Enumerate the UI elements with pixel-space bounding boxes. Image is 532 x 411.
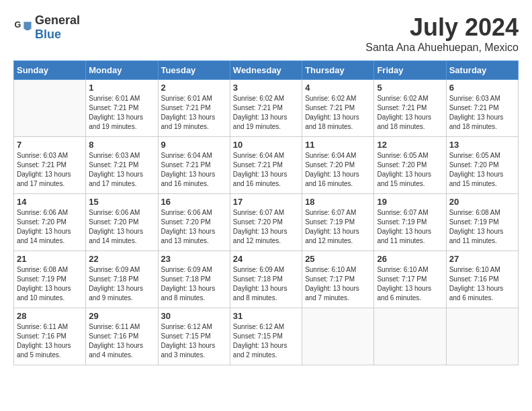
day-number: 8	[89, 140, 154, 150]
day-info: Sunrise: 6:06 AMSunset: 7:20 PMDaylight:…	[89, 208, 154, 246]
day-info: Sunrise: 6:09 AMSunset: 7:18 PMDaylight:…	[233, 265, 299, 303]
calendar-cell: 24Sunrise: 6:09 AMSunset: 7:18 PMDayligh…	[230, 251, 302, 308]
day-number: 26	[377, 254, 443, 264]
day-info: Sunrise: 6:08 AMSunset: 7:19 PMDaylight:…	[449, 208, 515, 246]
day-number: 13	[449, 140, 515, 150]
day-number: 22	[89, 254, 154, 264]
calendar-cell: 23Sunrise: 6:09 AMSunset: 7:18 PMDayligh…	[158, 251, 230, 308]
day-info: Sunrise: 6:12 AMSunset: 7:15 PMDaylight:…	[233, 322, 299, 360]
calendar-week-4: 28Sunrise: 6:11 AMSunset: 7:16 PMDayligh…	[14, 308, 519, 365]
day-info: Sunrise: 6:06 AMSunset: 7:20 PMDaylight:…	[161, 208, 227, 246]
calendar-cell: 15Sunrise: 6:06 AMSunset: 7:20 PMDayligh…	[86, 194, 158, 251]
day-number: 19	[377, 197, 443, 207]
day-number: 5	[377, 83, 443, 93]
day-info: Sunrise: 6:05 AMSunset: 7:20 PMDaylight:…	[377, 151, 443, 189]
calendar-cell	[374, 308, 446, 365]
day-number: 3	[233, 83, 299, 93]
day-number: 30	[161, 311, 227, 321]
calendar-cell: 2Sunrise: 6:01 AMSunset: 7:21 PMDaylight…	[158, 80, 230, 137]
weekday-tuesday: Tuesday	[158, 61, 230, 80]
day-info: Sunrise: 6:07 AMSunset: 7:20 PMDaylight:…	[233, 208, 299, 246]
calendar-cell: 28Sunrise: 6:11 AMSunset: 7:16 PMDayligh…	[14, 308, 86, 365]
month-title: July 2024	[365, 13, 519, 42]
calendar-cell: 5Sunrise: 6:02 AMSunset: 7:21 PMDaylight…	[374, 80, 446, 137]
day-number: 1	[89, 83, 154, 93]
calendar-week-1: 7Sunrise: 6:03 AMSunset: 7:21 PMDaylight…	[14, 137, 519, 194]
calendar-cell: 11Sunrise: 6:04 AMSunset: 7:20 PMDayligh…	[302, 137, 374, 194]
day-info: Sunrise: 6:03 AMSunset: 7:21 PMDaylight:…	[449, 94, 515, 132]
day-info: Sunrise: 6:02 AMSunset: 7:21 PMDaylight:…	[233, 94, 299, 132]
calendar-cell: 4Sunrise: 6:02 AMSunset: 7:21 PMDaylight…	[302, 80, 374, 137]
calendar-cell	[302, 308, 374, 365]
day-info: Sunrise: 6:04 AMSunset: 7:20 PMDaylight:…	[305, 151, 371, 189]
calendar-cell: 1Sunrise: 6:01 AMSunset: 7:21 PMDaylight…	[86, 80, 158, 137]
day-info: Sunrise: 6:09 AMSunset: 7:18 PMDaylight:…	[89, 265, 154, 303]
calendar-cell: 12Sunrise: 6:05 AMSunset: 7:20 PMDayligh…	[374, 137, 446, 194]
day-number: 17	[233, 197, 299, 207]
day-info: Sunrise: 6:11 AMSunset: 7:16 PMDaylight:…	[89, 322, 154, 360]
calendar-cell: 6Sunrise: 6:03 AMSunset: 7:21 PMDaylight…	[446, 80, 518, 137]
calendar-cell: 17Sunrise: 6:07 AMSunset: 7:20 PMDayligh…	[230, 194, 302, 251]
weekday-thursday: Thursday	[302, 61, 374, 80]
calendar-cell: 16Sunrise: 6:06 AMSunset: 7:20 PMDayligh…	[158, 194, 230, 251]
day-info: Sunrise: 6:07 AMSunset: 7:19 PMDaylight:…	[305, 208, 371, 246]
calendar-week-3: 21Sunrise: 6:08 AMSunset: 7:19 PMDayligh…	[14, 251, 519, 308]
calendar-cell: 3Sunrise: 6:02 AMSunset: 7:21 PMDaylight…	[230, 80, 302, 137]
logo-blue: Blue	[35, 28, 61, 41]
day-number: 4	[305, 83, 371, 93]
day-info: Sunrise: 6:04 AMSunset: 7:21 PMDaylight:…	[161, 151, 227, 189]
day-number: 16	[161, 197, 227, 207]
day-info: Sunrise: 6:04 AMSunset: 7:21 PMDaylight:…	[233, 151, 299, 189]
day-info: Sunrise: 6:01 AMSunset: 7:21 PMDaylight:…	[89, 94, 154, 132]
day-info: Sunrise: 6:01 AMSunset: 7:21 PMDaylight:…	[161, 94, 227, 132]
day-number: 21	[17, 254, 83, 264]
day-number: 15	[89, 197, 154, 207]
weekday-wednesday: Wednesday	[230, 61, 302, 80]
day-number: 10	[233, 140, 299, 150]
calendar-cell: 8Sunrise: 6:03 AMSunset: 7:21 PMDaylight…	[86, 137, 158, 194]
logo-text: General Blue	[35, 13, 80, 42]
day-number: 31	[233, 311, 299, 321]
day-number: 20	[449, 197, 515, 207]
day-number: 23	[161, 254, 227, 264]
logo: G General Blue	[13, 13, 80, 42]
weekday-header-row: SundayMondayTuesdayWednesdayThursdayFrid…	[14, 61, 519, 80]
logo-icon: G	[13, 18, 32, 37]
day-info: Sunrise: 6:08 AMSunset: 7:19 PMDaylight:…	[17, 265, 83, 303]
day-info: Sunrise: 6:05 AMSunset: 7:20 PMDaylight:…	[449, 151, 515, 189]
title-block: July 2024 Santa Ana Ahuehuepan, Mexico	[365, 13, 519, 54]
day-info: Sunrise: 6:09 AMSunset: 7:18 PMDaylight:…	[161, 265, 227, 303]
calendar-cell: 21Sunrise: 6:08 AMSunset: 7:19 PMDayligh…	[14, 251, 86, 308]
calendar-body: 1Sunrise: 6:01 AMSunset: 7:21 PMDaylight…	[14, 80, 519, 365]
weekday-saturday: Saturday	[446, 61, 518, 80]
day-number: 6	[449, 83, 515, 93]
day-info: Sunrise: 6:12 AMSunset: 7:15 PMDaylight:…	[161, 322, 227, 360]
calendar-cell: 31Sunrise: 6:12 AMSunset: 7:15 PMDayligh…	[230, 308, 302, 365]
calendar-cell: 7Sunrise: 6:03 AMSunset: 7:21 PMDaylight…	[14, 137, 86, 194]
calendar-week-0: 1Sunrise: 6:01 AMSunset: 7:21 PMDaylight…	[14, 80, 519, 137]
day-info: Sunrise: 6:11 AMSunset: 7:16 PMDaylight:…	[17, 322, 83, 360]
day-number: 11	[305, 140, 371, 150]
calendar-cell	[14, 80, 86, 137]
calendar-cell: 26Sunrise: 6:10 AMSunset: 7:17 PMDayligh…	[374, 251, 446, 308]
day-number: 2	[161, 83, 227, 93]
day-number: 24	[233, 254, 299, 264]
day-info: Sunrise: 6:02 AMSunset: 7:21 PMDaylight:…	[305, 94, 371, 132]
day-info: Sunrise: 6:06 AMSunset: 7:20 PMDaylight:…	[17, 208, 83, 246]
page-header: G General Blue July 2024 Santa Ana Ahueh…	[13, 13, 519, 54]
day-info: Sunrise: 6:03 AMSunset: 7:21 PMDaylight:…	[89, 151, 154, 189]
day-info: Sunrise: 6:03 AMSunset: 7:21 PMDaylight:…	[17, 151, 83, 189]
svg-text:G: G	[14, 20, 21, 30]
day-number: 9	[161, 140, 227, 150]
calendar-cell: 29Sunrise: 6:11 AMSunset: 7:16 PMDayligh…	[86, 308, 158, 365]
calendar-cell: 19Sunrise: 6:07 AMSunset: 7:19 PMDayligh…	[374, 194, 446, 251]
calendar-cell: 27Sunrise: 6:10 AMSunset: 7:16 PMDayligh…	[446, 251, 518, 308]
calendar-cell: 10Sunrise: 6:04 AMSunset: 7:21 PMDayligh…	[230, 137, 302, 194]
calendar-cell: 30Sunrise: 6:12 AMSunset: 7:15 PMDayligh…	[158, 308, 230, 365]
day-number: 18	[305, 197, 371, 207]
day-info: Sunrise: 6:10 AMSunset: 7:17 PMDaylight:…	[305, 265, 371, 303]
day-info: Sunrise: 6:10 AMSunset: 7:17 PMDaylight:…	[377, 265, 443, 303]
day-number: 29	[89, 311, 154, 321]
day-number: 27	[449, 254, 515, 264]
logo-general: General	[35, 13, 80, 27]
